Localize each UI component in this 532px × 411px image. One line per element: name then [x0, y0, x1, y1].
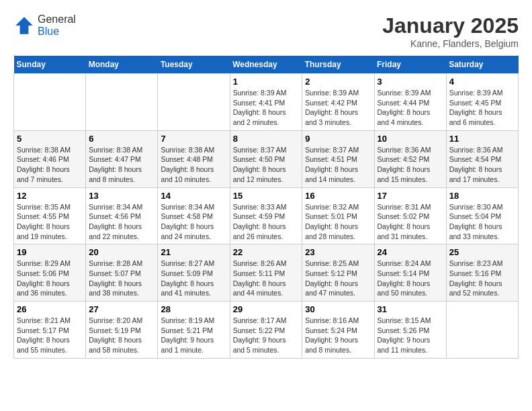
- calendar-cell: 11Sunrise: 8:36 AM Sunset: 4:54 PM Dayli…: [446, 130, 518, 187]
- calendar-week-row: 5Sunrise: 8:38 AM Sunset: 4:46 PM Daylig…: [14, 130, 519, 187]
- day-info: Sunrise: 8:21 AM Sunset: 5:17 PM Dayligh…: [17, 316, 83, 355]
- day-number: 23: [305, 247, 371, 257]
- day-number: 12: [17, 191, 83, 201]
- page-header: General Blue January 2025 Kanne, Flander…: [13, 13, 519, 49]
- calendar-cell: 8Sunrise: 8:37 AM Sunset: 4:50 PM Daylig…: [230, 130, 302, 187]
- svg-marker-0: [15, 17, 33, 34]
- day-number: 4: [449, 77, 515, 87]
- calendar-cell: 16Sunrise: 8:32 AM Sunset: 5:01 PM Dayli…: [302, 187, 374, 244]
- calendar-cell: 6Sunrise: 8:38 AM Sunset: 4:47 PM Daylig…: [86, 130, 158, 187]
- day-number: 22: [233, 247, 300, 257]
- calendar-cell: 22Sunrise: 8:26 AM Sunset: 5:11 PM Dayli…: [230, 244, 302, 302]
- day-info: Sunrise: 8:32 AM Sunset: 5:01 PM Dayligh…: [305, 202, 371, 242]
- weekday-header-row: SundayMondayTuesdayWednesdayThursdayFrid…: [14, 56, 519, 74]
- day-number: 28: [161, 304, 226, 314]
- calendar-cell: [86, 74, 158, 131]
- calendar-cell: 23Sunrise: 8:25 AM Sunset: 5:12 PM Dayli…: [302, 244, 374, 302]
- day-number: 9: [305, 134, 371, 144]
- day-number: 15: [233, 191, 300, 201]
- day-number: 8: [233, 134, 300, 144]
- day-info: Sunrise: 8:30 AM Sunset: 5:04 PM Dayligh…: [449, 202, 515, 242]
- calendar-cell: 25Sunrise: 8:23 AM Sunset: 5:16 PM Dayli…: [446, 244, 518, 302]
- calendar-cell: 14Sunrise: 8:34 AM Sunset: 4:58 PM Dayli…: [158, 187, 230, 244]
- calendar-cell: 1Sunrise: 8:39 AM Sunset: 4:41 PM Daylig…: [230, 74, 302, 131]
- day-number: 13: [89, 191, 154, 201]
- day-info: Sunrise: 8:26 AM Sunset: 5:11 PM Dayligh…: [233, 259, 300, 298]
- day-info: Sunrise: 8:37 AM Sunset: 4:50 PM Dayligh…: [233, 145, 300, 185]
- day-number: 29: [233, 304, 300, 314]
- day-number: 17: [378, 191, 443, 201]
- month-title: January 2025: [382, 13, 519, 38]
- day-info: Sunrise: 8:39 AM Sunset: 4:45 PM Dayligh…: [449, 88, 515, 128]
- day-info: Sunrise: 8:38 AM Sunset: 4:47 PM Dayligh…: [89, 145, 154, 185]
- day-number: 27: [89, 304, 154, 314]
- calendar-cell: 29Sunrise: 8:17 AM Sunset: 5:22 PM Dayli…: [230, 302, 302, 359]
- day-info: Sunrise: 8:29 AM Sunset: 5:06 PM Dayligh…: [17, 259, 83, 298]
- day-info: Sunrise: 8:31 AM Sunset: 5:02 PM Dayligh…: [378, 202, 443, 242]
- calendar-cell: 27Sunrise: 8:20 AM Sunset: 5:19 PM Dayli…: [86, 302, 158, 359]
- day-number: 14: [161, 191, 226, 201]
- logo: General Blue: [13, 13, 76, 38]
- location: Kanne, Flanders, Belgium: [382, 38, 519, 49]
- day-info: Sunrise: 8:36 AM Sunset: 4:54 PM Dayligh…: [449, 145, 515, 185]
- day-info: Sunrise: 8:15 AM Sunset: 5:26 PM Dayligh…: [378, 316, 443, 355]
- day-number: 21: [161, 247, 226, 257]
- day-info: Sunrise: 8:24 AM Sunset: 5:14 PM Dayligh…: [378, 259, 443, 298]
- calendar-table: SundayMondayTuesdayWednesdayThursdayFrid…: [13, 56, 519, 359]
- calendar-week-row: 26Sunrise: 8:21 AM Sunset: 5:17 PM Dayli…: [14, 302, 519, 359]
- calendar-cell: 9Sunrise: 8:37 AM Sunset: 4:51 PM Daylig…: [302, 130, 374, 187]
- day-info: Sunrise: 8:23 AM Sunset: 5:16 PM Dayligh…: [449, 259, 515, 298]
- weekday-header: Friday: [374, 56, 446, 74]
- day-number: 1: [233, 77, 300, 87]
- day-number: 18: [449, 191, 515, 201]
- calendar-cell: 20Sunrise: 8:28 AM Sunset: 5:07 PM Dayli…: [86, 244, 158, 302]
- day-number: 10: [378, 134, 443, 144]
- day-number: 5: [17, 134, 83, 144]
- calendar-cell: 17Sunrise: 8:31 AM Sunset: 5:02 PM Dayli…: [374, 187, 446, 244]
- calendar-week-row: 19Sunrise: 8:29 AM Sunset: 5:06 PM Dayli…: [14, 244, 519, 302]
- day-number: 30: [305, 304, 371, 314]
- day-info: Sunrise: 8:38 AM Sunset: 4:46 PM Dayligh…: [17, 145, 83, 185]
- calendar-cell: 26Sunrise: 8:21 AM Sunset: 5:17 PM Dayli…: [14, 302, 86, 359]
- calendar-cell: 19Sunrise: 8:29 AM Sunset: 5:06 PM Dayli…: [14, 244, 86, 302]
- day-info: Sunrise: 8:25 AM Sunset: 5:12 PM Dayligh…: [305, 259, 371, 298]
- calendar-cell: [446, 302, 518, 359]
- title-block: January 2025 Kanne, Flanders, Belgium: [382, 13, 519, 49]
- weekday-header: Wednesday: [230, 56, 302, 74]
- calendar-cell: 7Sunrise: 8:38 AM Sunset: 4:48 PM Daylig…: [158, 130, 230, 187]
- day-info: Sunrise: 8:16 AM Sunset: 5:24 PM Dayligh…: [305, 316, 371, 355]
- day-info: Sunrise: 8:19 AM Sunset: 5:21 PM Dayligh…: [161, 316, 226, 355]
- calendar-week-row: 1Sunrise: 8:39 AM Sunset: 4:41 PM Daylig…: [14, 74, 519, 131]
- day-info: Sunrise: 8:39 AM Sunset: 4:42 PM Dayligh…: [305, 88, 371, 128]
- weekday-header: Sunday: [14, 56, 86, 74]
- weekday-header: Monday: [86, 56, 158, 74]
- day-number: 3: [378, 77, 443, 87]
- day-info: Sunrise: 8:34 AM Sunset: 4:56 PM Dayligh…: [89, 202, 154, 242]
- logo-text: General Blue: [38, 13, 76, 38]
- day-info: Sunrise: 8:39 AM Sunset: 4:41 PM Dayligh…: [233, 88, 300, 128]
- day-info: Sunrise: 8:39 AM Sunset: 4:44 PM Dayligh…: [378, 88, 443, 128]
- day-info: Sunrise: 8:33 AM Sunset: 4:59 PM Dayligh…: [233, 202, 300, 242]
- calendar-cell: 12Sunrise: 8:35 AM Sunset: 4:55 PM Dayli…: [14, 187, 86, 244]
- day-info: Sunrise: 8:36 AM Sunset: 4:52 PM Dayligh…: [378, 145, 443, 185]
- calendar-cell: 15Sunrise: 8:33 AM Sunset: 4:59 PM Dayli…: [230, 187, 302, 244]
- day-number: 16: [305, 191, 371, 201]
- day-number: 31: [378, 304, 443, 314]
- day-info: Sunrise: 8:38 AM Sunset: 4:48 PM Dayligh…: [161, 145, 226, 185]
- calendar-cell: [158, 74, 230, 131]
- calendar-cell: 28Sunrise: 8:19 AM Sunset: 5:21 PM Dayli…: [158, 302, 230, 359]
- calendar-cell: 31Sunrise: 8:15 AM Sunset: 5:26 PM Dayli…: [374, 302, 446, 359]
- day-info: Sunrise: 8:35 AM Sunset: 4:55 PM Dayligh…: [17, 202, 83, 242]
- day-number: 6: [89, 134, 154, 144]
- day-info: Sunrise: 8:17 AM Sunset: 5:22 PM Dayligh…: [233, 316, 300, 355]
- day-info: Sunrise: 8:37 AM Sunset: 4:51 PM Dayligh…: [305, 145, 371, 185]
- calendar-cell: 13Sunrise: 8:34 AM Sunset: 4:56 PM Dayli…: [86, 187, 158, 244]
- calendar-cell: [14, 74, 86, 131]
- day-info: Sunrise: 8:34 AM Sunset: 4:58 PM Dayligh…: [161, 202, 226, 242]
- day-number: 25: [449, 247, 515, 257]
- calendar-cell: 3Sunrise: 8:39 AM Sunset: 4:44 PM Daylig…: [374, 74, 446, 131]
- weekday-header: Tuesday: [158, 56, 230, 74]
- day-number: 24: [378, 247, 443, 257]
- weekday-header: Saturday: [446, 56, 518, 74]
- calendar-cell: 4Sunrise: 8:39 AM Sunset: 4:45 PM Daylig…: [446, 74, 518, 131]
